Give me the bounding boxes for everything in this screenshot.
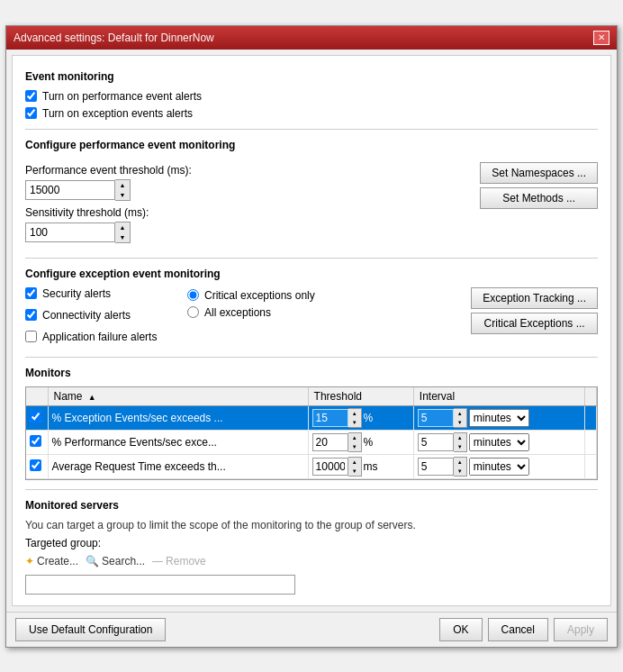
row2-threshold-up[interactable]: ▲ bbox=[348, 433, 361, 442]
threshold-down-button[interactable]: ▼ bbox=[115, 190, 130, 200]
table-row[interactable]: Average Request Time exceeds th... ▲ ▼ m… bbox=[26, 454, 597, 478]
group-input[interactable] bbox=[25, 575, 295, 595]
app-failure-label: Application failure alerts bbox=[42, 331, 157, 343]
group-input-area bbox=[25, 575, 598, 595]
row3-interval-spinner: ▲ ▼ bbox=[418, 457, 467, 477]
row2-threshold-spinner-btns: ▲ ▼ bbox=[348, 432, 362, 452]
header-interval-col: Interval bbox=[413, 387, 584, 406]
perf-alerts-checkbox[interactable] bbox=[25, 90, 37, 102]
row2-threshold-input[interactable] bbox=[312, 433, 348, 451]
header-name-col[interactable]: Name ▲ bbox=[48, 387, 308, 406]
exception-right: Exception Tracking ... Critical Exceptio… bbox=[471, 287, 598, 334]
main-window: Advanced settings: Default for DinnerNow… bbox=[5, 25, 618, 648]
row1-threshold-down[interactable]: ▼ bbox=[348, 418, 361, 427]
row3-interval-input[interactable] bbox=[418, 458, 454, 476]
row1-interval-down[interactable]: ▼ bbox=[454, 418, 466, 427]
sensitivity-down-button[interactable]: ▼ bbox=[115, 232, 130, 242]
exception-alerts-label: Turn on exception events alerts bbox=[42, 107, 193, 120]
sensitivity-input[interactable] bbox=[25, 222, 115, 242]
set-namespaces-button[interactable]: Set Namespaces ... bbox=[480, 162, 598, 184]
row1-threshold-input[interactable] bbox=[312, 409, 348, 427]
app-failure-row: Application failure alerts bbox=[25, 331, 169, 343]
perf-alerts-row: Turn on performance event alerts bbox=[25, 90, 598, 103]
content-area: Event monitoring Turn on performance eve… bbox=[12, 55, 611, 606]
row1-interval-unit-select[interactable]: minutes hours seconds bbox=[469, 409, 529, 427]
row3-threshold-down[interactable]: ▼ bbox=[348, 467, 361, 476]
cancel-button[interactable]: Cancel bbox=[488, 618, 548, 641]
apply-button[interactable]: Apply bbox=[554, 618, 608, 641]
monitors-title: Monitors bbox=[25, 367, 598, 379]
search-label: Search... bbox=[102, 555, 145, 568]
row2-interval-down[interactable]: ▼ bbox=[454, 442, 466, 451]
row3-interval-up[interactable]: ▲ bbox=[454, 458, 466, 467]
performance-left: Performance event threshold (ms): ▲ ▼ Se… bbox=[25, 159, 192, 249]
monitors-table-header: Name ▲ Threshold Interval bbox=[26, 387, 597, 406]
monitored-servers-title: Monitored servers bbox=[25, 499, 598, 512]
row1-interval-up[interactable]: ▲ bbox=[454, 409, 466, 418]
row2-interval-wrapper: ▲ ▼ minutes hours seconds bbox=[418, 432, 581, 452]
exception-alerts-checkbox[interactable] bbox=[25, 107, 37, 119]
remove-label: Remove bbox=[166, 555, 206, 568]
row1-interval-input[interactable] bbox=[418, 409, 454, 427]
row3-checkbox[interactable] bbox=[30, 459, 41, 471]
remove-action[interactable]: — Remove bbox=[152, 555, 206, 568]
row1-threshold-unit: % bbox=[364, 412, 374, 424]
exception-tracking-button[interactable]: Exception Tracking ... bbox=[471, 287, 598, 309]
divider-3 bbox=[25, 357, 598, 358]
row1-threshold-up[interactable]: ▲ bbox=[348, 409, 361, 418]
use-default-button[interactable]: Use Default Configuration bbox=[15, 618, 166, 641]
set-methods-button[interactable]: Set Methods ... bbox=[480, 187, 598, 209]
row3-interval-down[interactable]: ▼ bbox=[454, 467, 466, 476]
critical-exceptions-button[interactable]: Critical Exceptions ... bbox=[471, 313, 598, 334]
row1-threshold-spinner: ▲ ▼ % bbox=[312, 408, 410, 428]
all-exceptions-row: All exceptions bbox=[187, 306, 331, 319]
namespace-method-buttons: Set Namespaces ... Set Methods ... bbox=[480, 162, 598, 209]
header-row: Name ▲ Threshold Interval bbox=[26, 387, 597, 406]
exception-layout: Security alerts Connectivity alerts Appl… bbox=[25, 287, 598, 348]
monitored-servers-desc: You can target a group to limit the scop… bbox=[25, 519, 598, 531]
row3-threshold-up[interactable]: ▲ bbox=[348, 458, 361, 467]
row2-checkbox-cell bbox=[26, 430, 48, 454]
row2-threshold-cell: ▲ ▼ % bbox=[308, 430, 413, 454]
table-row[interactable]: % Exception Events/sec exceeds ... ▲ ▼ % bbox=[26, 405, 597, 430]
row2-checkbox[interactable] bbox=[30, 435, 41, 447]
threshold-spinner-buttons: ▲ ▼ bbox=[115, 179, 131, 201]
security-row: Security alerts bbox=[25, 287, 169, 300]
search-action[interactable]: 🔍 Search... bbox=[86, 555, 145, 568]
table-row[interactable]: % Performance Events/sec exce... ▲ ▼ % bbox=[26, 430, 597, 454]
row2-interval-unit-select[interactable]: minutes hours seconds bbox=[469, 433, 529, 451]
close-button[interactable]: ✕ bbox=[593, 31, 609, 45]
row2-threshold-down[interactable]: ▼ bbox=[348, 442, 361, 451]
ok-button[interactable]: OK bbox=[439, 618, 482, 641]
threshold-input[interactable] bbox=[25, 180, 115, 200]
create-action[interactable]: ✦ Create... bbox=[25, 555, 78, 568]
exception-title: Configure exception event monitoring bbox=[25, 268, 598, 280]
row2-interval-spinner-btns: ▲ ▼ bbox=[454, 432, 467, 452]
bottom-left: Use Default Configuration bbox=[15, 618, 166, 641]
row2-interval-up[interactable]: ▲ bbox=[454, 433, 466, 442]
divider-4 bbox=[25, 489, 598, 490]
sensitivity-label: Sensitivity threshold (ms): bbox=[25, 206, 192, 219]
connectivity-checkbox[interactable] bbox=[25, 309, 37, 321]
row3-interval-unit-select[interactable]: minutes hours seconds bbox=[469, 458, 529, 476]
targeted-group-row: Targeted group: bbox=[25, 537, 598, 549]
app-failure-checkbox[interactable] bbox=[25, 331, 37, 342]
perf-alerts-label: Turn on performance event alerts bbox=[42, 90, 202, 103]
sensitivity-up-button[interactable]: ▲ bbox=[115, 222, 130, 232]
row2-name-cell: % Performance Events/sec exce... bbox=[48, 430, 308, 454]
critical-only-radio[interactable] bbox=[187, 289, 199, 301]
all-exceptions-radio[interactable] bbox=[187, 306, 199, 318]
row3-threshold-input[interactable] bbox=[312, 458, 348, 476]
security-label: Security alerts bbox=[42, 287, 111, 300]
targeted-group-actions: ✦ Create... 🔍 Search... — Remove bbox=[25, 555, 598, 568]
security-checkbox[interactable] bbox=[25, 287, 37, 299]
row1-checkbox[interactable] bbox=[30, 411, 41, 422]
performance-section: Configure performance event monitoring P… bbox=[25, 139, 598, 249]
threshold-up-button[interactable]: ▲ bbox=[115, 180, 130, 190]
row3-threshold-unit: ms bbox=[364, 460, 378, 473]
row1-interval-cell: ▲ ▼ minutes hours seconds bbox=[413, 405, 584, 430]
performance-row: Performance event threshold (ms): ▲ ▼ Se… bbox=[25, 159, 598, 249]
threshold-spinner: ▲ ▼ bbox=[25, 179, 192, 201]
bottom-bar: Use Default Configuration OK Cancel Appl… bbox=[6, 612, 617, 647]
row2-interval-input[interactable] bbox=[418, 433, 454, 451]
